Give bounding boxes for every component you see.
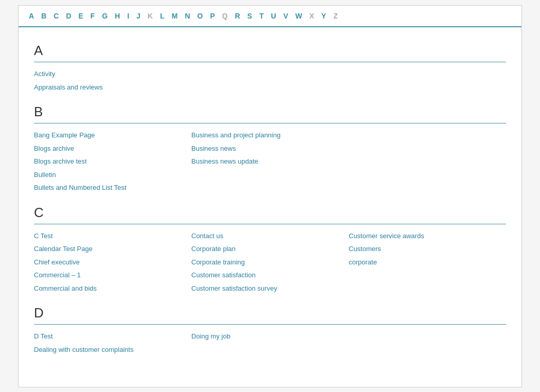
link-item[interactable]: Business and project planning: [191, 129, 349, 142]
link-item[interactable]: Corporate plan: [191, 242, 349, 256]
links-col-a-0: ActivityAppraisals and reviews: [34, 67, 191, 94]
link-item[interactable]: Business news update: [191, 155, 349, 168]
section-heading-a: A: [34, 43, 506, 59]
links-grid-b: Bang Example PageBlogs archiveBlogs arch…: [34, 129, 506, 194]
link-item[interactable]: Appraisals and reviews: [34, 81, 191, 94]
alpha-link-a[interactable]: A: [26, 11, 37, 21]
links-col-c-2: Customer service awardsCustomerscorporat…: [349, 229, 506, 295]
links-col-d-2: [349, 330, 506, 356]
alpha-link-t[interactable]: T: [257, 11, 266, 21]
section-c: CC TestCalendar Test PageChief executive…: [34, 205, 506, 295]
alpha-link-k: K: [145, 11, 155, 21]
section-heading-b: B: [34, 104, 506, 120]
alpha-link-h[interactable]: H: [112, 11, 122, 21]
alpha-link-o[interactable]: O: [195, 11, 206, 21]
alpha-link-m[interactable]: M: [169, 11, 181, 21]
alpha-link-r[interactable]: R: [232, 11, 243, 21]
alpha-link-v[interactable]: V: [281, 11, 291, 21]
link-item[interactable]: Bang Example Page: [34, 129, 191, 142]
links-col-c-1: Contact usCorporate planCorporate traini…: [191, 229, 349, 295]
alpha-link-s[interactable]: S: [245, 11, 255, 21]
section-d: DD TestDealing with customer complaintsD…: [34, 305, 506, 356]
alpha-link-e[interactable]: E: [76, 11, 86, 21]
alpha-link-b[interactable]: B: [39, 11, 49, 21]
alpha-link-n[interactable]: N: [182, 11, 192, 21]
link-item[interactable]: D Test: [34, 330, 191, 343]
alpha-link-g[interactable]: G: [99, 11, 110, 21]
section-b: BBang Example PageBlogs archiveBlogs arc…: [34, 104, 506, 194]
links-grid-d: D TestDealing with customer complaintsDo…: [34, 330, 506, 356]
alpha-link-f[interactable]: F: [88, 11, 98, 21]
links-col-a-1: [191, 67, 349, 94]
section-divider-d: [34, 324, 506, 325]
link-item[interactable]: Customers: [349, 242, 506, 256]
link-item[interactable]: Customer service awards: [349, 229, 506, 243]
links-col-b-2: [349, 129, 506, 194]
link-item[interactable]: Activity: [34, 67, 191, 81]
alpha-link-y[interactable]: Y: [319, 11, 329, 21]
alpha-link-u[interactable]: U: [268, 11, 279, 21]
link-item[interactable]: corporate: [349, 256, 506, 269]
link-item[interactable]: Customer satisfaction: [191, 269, 349, 282]
link-item[interactable]: Blogs archive: [34, 142, 191, 155]
page-container: ABCDEFGHIJKLMNOPQRSTUVWXYZ AActivityAppr…: [18, 5, 522, 387]
alpha-link-z: Z: [331, 11, 340, 21]
section-heading-c: C: [34, 205, 506, 221]
alpha-link-i[interactable]: I: [124, 11, 132, 21]
section-divider-a: [34, 62, 506, 62]
link-item[interactable]: Commercial and bids: [34, 282, 191, 295]
link-item[interactable]: Blogs archive test: [34, 155, 191, 168]
alpha-link-l[interactable]: L: [157, 11, 167, 21]
link-item[interactable]: Dealing with customer complaints: [34, 343, 191, 357]
content-area: AActivityAppraisals and reviewsBBang Exa…: [19, 27, 521, 377]
link-item[interactable]: Corporate training: [191, 256, 349, 269]
alpha-link-q: Q: [220, 11, 230, 21]
alpha-link-d[interactable]: D: [63, 11, 74, 21]
link-item[interactable]: Chief executive: [34, 256, 191, 269]
alphabet-nav: ABCDEFGHIJKLMNOPQRSTUVWXYZ: [19, 6, 521, 27]
alpha-link-c[interactable]: C: [51, 11, 61, 21]
link-item[interactable]: Business news: [191, 142, 349, 155]
link-item[interactable]: Calendar Test Page: [34, 242, 191, 256]
link-item[interactable]: C Test: [34, 229, 191, 243]
links-col-c-0: C TestCalendar Test PageChief executiveC…: [34, 229, 191, 295]
alpha-link-w[interactable]: W: [293, 11, 304, 21]
links-grid-a: ActivityAppraisals and reviews: [34, 67, 506, 94]
links-col-d-1: Doing my job: [191, 330, 349, 356]
alpha-link-j[interactable]: J: [134, 11, 143, 21]
link-item[interactable]: Bullets and Numbered List Test: [34, 181, 191, 194]
section-a: AActivityAppraisals and reviews: [34, 43, 506, 94]
links-col-a-2: [349, 67, 506, 94]
links-grid-c: C TestCalendar Test PageChief executiveC…: [34, 229, 506, 295]
section-divider-c: [34, 224, 506, 224]
link-item[interactable]: Commercial – 1: [34, 269, 191, 282]
link-item[interactable]: Bulletin: [34, 168, 191, 182]
link-item[interactable]: Doing my job: [191, 330, 349, 343]
links-col-b-0: Bang Example PageBlogs archiveBlogs arch…: [34, 129, 191, 194]
alpha-link-x: X: [307, 11, 316, 21]
alpha-link-p[interactable]: P: [207, 11, 217, 21]
link-item[interactable]: Contact us: [191, 229, 349, 243]
links-col-d-0: D TestDealing with customer complaints: [34, 330, 191, 356]
section-heading-d: D: [34, 305, 506, 321]
link-item[interactable]: Customer satisfaction survey: [191, 282, 349, 295]
links-col-b-1: Business and project planningBusiness ne…: [191, 129, 349, 194]
section-divider-b: [34, 123, 506, 123]
